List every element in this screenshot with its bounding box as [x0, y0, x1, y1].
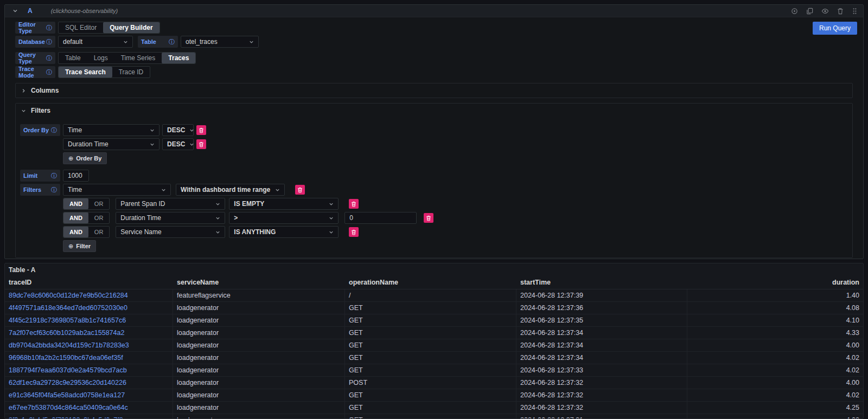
remove-filter-button[interactable]: [295, 185, 305, 195]
operation-name-cell: GET: [345, 314, 516, 326]
start-time-cell: 2024-06-28 12:37:32: [516, 377, 687, 389]
bool-and-option[interactable]: AND: [63, 227, 88, 237]
info-icon[interactable]: ⓘ: [169, 38, 175, 46]
trace-id-link[interactable]: 8f3c1a2b4d5e6f708192a3b4c5d6e7f8: [5, 414, 173, 419]
bool-operator-group: AND OR: [63, 212, 110, 224]
bool-and-option[interactable]: AND: [63, 212, 88, 223]
service-name-cell: loadgenerator: [173, 414, 345, 419]
table-select[interactable]: otel_traces: [181, 36, 259, 48]
info-icon[interactable]: ⓘ: [46, 24, 52, 32]
table-label: Table ⓘ: [138, 36, 178, 48]
bool-and-option[interactable]: AND: [63, 198, 88, 209]
database-select[interactable]: default: [58, 36, 133, 48]
start-time-cell: 2024-06-28 12:37:32: [516, 402, 687, 414]
chevron-down-icon: [215, 202, 220, 207]
delete-query-trash-icon[interactable]: [837, 8, 844, 15]
info-icon[interactable]: ⓘ: [46, 38, 52, 46]
trace-id-link[interactable]: db9704a2bbda34204d159c71b78283e3: [5, 339, 173, 351]
service-name-cell: loadgenerator: [173, 402, 345, 414]
trace-id-link[interactable]: e91c3645f04fa5e58adcd0758e1ea127: [5, 389, 173, 401]
hide-query-eye-icon[interactable]: [821, 8, 829, 15]
info-icon[interactable]: ⓘ: [51, 172, 57, 180]
filters-section: Filters Order By ⓘ Time DESC: [15, 103, 853, 258]
start-time-cell: 2024-06-28 12:37:36: [516, 302, 687, 314]
info-icon[interactable]: ⓘ: [51, 126, 57, 134]
filter-operator-select[interactable]: IS ANYTHING: [229, 226, 339, 238]
limit-input[interactable]: [63, 170, 89, 182]
filter-field-select[interactable]: Service Name: [116, 226, 225, 238]
duration-cell: 4.02: [687, 364, 863, 376]
trace-mode-trace-search[interactable]: Trace Search: [59, 67, 112, 78]
info-icon[interactable]: ⓘ: [46, 54, 52, 62]
filter-value-input[interactable]: [344, 212, 417, 224]
run-query-button[interactable]: Run Query: [813, 22, 857, 35]
filters-section-header[interactable]: Filters: [16, 104, 852, 118]
order-by-field-select[interactable]: Duration Time: [63, 138, 159, 150]
drag-handle-icon[interactable]: [852, 8, 858, 15]
editor-type-radio-group: SQL Editor Query Builder: [58, 22, 160, 34]
duplicate-query-icon[interactable]: [806, 8, 813, 15]
trace-id-link[interactable]: 89dc7e8c6060c0d12de7e9b50c216284: [5, 289, 173, 301]
trace-id-link[interactable]: e67ee7b53870d4c864ca50409ca0e64c: [5, 402, 173, 414]
remove-order-by-button[interactable]: [196, 125, 206, 135]
chevron-down-icon: [123, 40, 128, 44]
columns-section-header[interactable]: Columns: [16, 83, 852, 98]
info-icon[interactable]: ⓘ: [46, 68, 52, 76]
editor-type-sql-editor[interactable]: SQL Editor: [59, 22, 103, 33]
filter-field-select[interactable]: Duration Time: [116, 212, 225, 224]
circle-plus-icon: ⊕: [68, 155, 73, 162]
trace-id-link[interactable]: 4f45c21918c73698057a8b1c741657c6: [5, 314, 173, 326]
filter-operator-select[interactable]: >: [229, 212, 339, 224]
order-by-direction-select[interactable]: DESC: [162, 138, 194, 150]
chevron-right-icon: [21, 88, 26, 93]
remove-order-by-button[interactable]: [196, 139, 206, 149]
trace-id-link[interactable]: 7a2f07ecf63c60b1029ab2ac155874a2: [5, 327, 173, 339]
service-name-cell: loadgenerator: [173, 327, 345, 339]
trace-id-link[interactable]: 4f497571a618e364ed7ded60752030e0: [5, 302, 173, 314]
trace-id-link[interactable]: 1887794f7eaa6037d0e2a4579bcd7acb: [5, 364, 173, 376]
help-icon[interactable]: [791, 8, 798, 15]
add-filter-button[interactable]: ⊕ Filter: [63, 240, 96, 252]
table-row: db9704a2bbda34204d159c71b78283e3 loadgen…: [5, 339, 863, 352]
order-by-field-select[interactable]: Time: [63, 124, 159, 136]
column-header-operationname[interactable]: operationName: [345, 276, 516, 289]
filter-operator-select[interactable]: Within dashboard time range: [176, 184, 285, 196]
info-icon[interactable]: ⓘ: [51, 186, 57, 194]
trace-mode-trace-id[interactable]: Trace ID: [112, 67, 150, 78]
bool-or-option[interactable]: OR: [88, 198, 110, 209]
chevron-down-icon: [329, 230, 334, 235]
column-header-servicename[interactable]: serviceName: [173, 276, 345, 289]
query-type-traces[interactable]: Traces: [162, 53, 195, 63]
table-row: 7a2f07ecf63c60b1029ab2ac155874a2 loadgen…: [5, 327, 863, 339]
trace-id-link[interactable]: 96968b10fa2b2c1590bc67dea06ef35f: [5, 352, 173, 364]
table-row: 89dc7e8c6060c0d12de7e9b50c216284 feature…: [5, 289, 863, 302]
collapse-chevron-icon[interactable]: [12, 8, 18, 14]
remove-filter-button[interactable]: [349, 227, 359, 237]
column-header-duration[interactable]: duration: [687, 276, 863, 289]
operation-name-cell: GET: [345, 402, 516, 414]
column-header-starttime[interactable]: startTime: [516, 276, 687, 289]
column-header-traceid[interactable]: traceID: [5, 276, 173, 289]
remove-filter-button[interactable]: [349, 199, 359, 209]
filter-field-select[interactable]: Parent Span ID: [116, 198, 225, 210]
editor-type-query-builder[interactable]: Query Builder: [103, 22, 159, 33]
datasource-name: (clickhouse-observability): [51, 8, 118, 14]
filter-operator-select[interactable]: IS EMPTY: [229, 198, 339, 210]
query-type-logs[interactable]: Logs: [87, 53, 114, 63]
operation-name-cell: GET: [345, 414, 516, 419]
add-order-by-button[interactable]: ⊕ Order By: [63, 152, 107, 164]
order-by-direction-select[interactable]: DESC: [162, 124, 194, 136]
duration-cell: 4.33: [687, 327, 863, 339]
chevron-down-icon: [189, 142, 194, 147]
service-name-cell: loadgenerator: [173, 352, 345, 364]
remove-filter-button[interactable]: [424, 213, 433, 223]
service-name-cell: loadgenerator: [173, 389, 345, 401]
query-type-table[interactable]: Table: [59, 53, 87, 63]
trace-id-link[interactable]: 62df1ec9a29728c9e29536c20d140226: [5, 377, 173, 389]
operation-name-cell: GET: [345, 389, 516, 401]
filter-field-select[interactable]: Time: [63, 184, 171, 196]
bool-or-option[interactable]: OR: [88, 212, 110, 223]
circle-plus-icon: ⊕: [68, 243, 73, 250]
bool-or-option[interactable]: OR: [88, 227, 110, 237]
query-type-time-series[interactable]: Time Series: [114, 53, 162, 63]
